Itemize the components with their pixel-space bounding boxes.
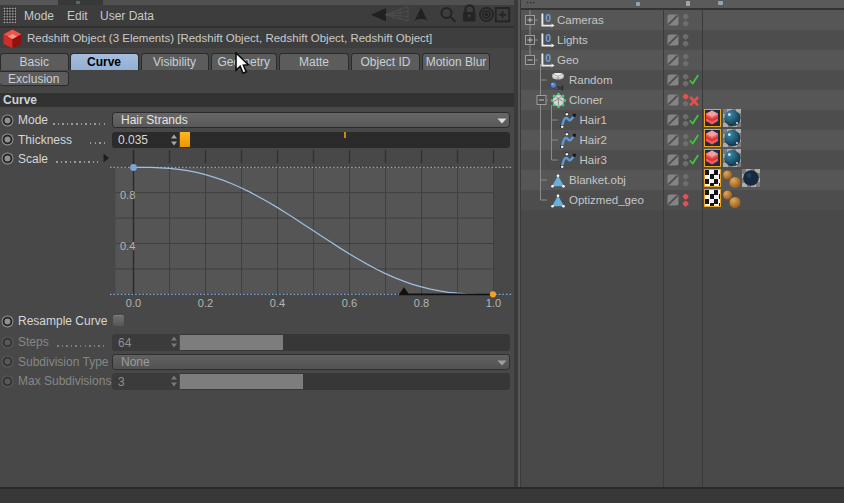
svg-text:0: 0 [545,13,551,24]
svg-text:0: 0 [545,33,551,44]
svg-text:0: 0 [545,53,551,64]
